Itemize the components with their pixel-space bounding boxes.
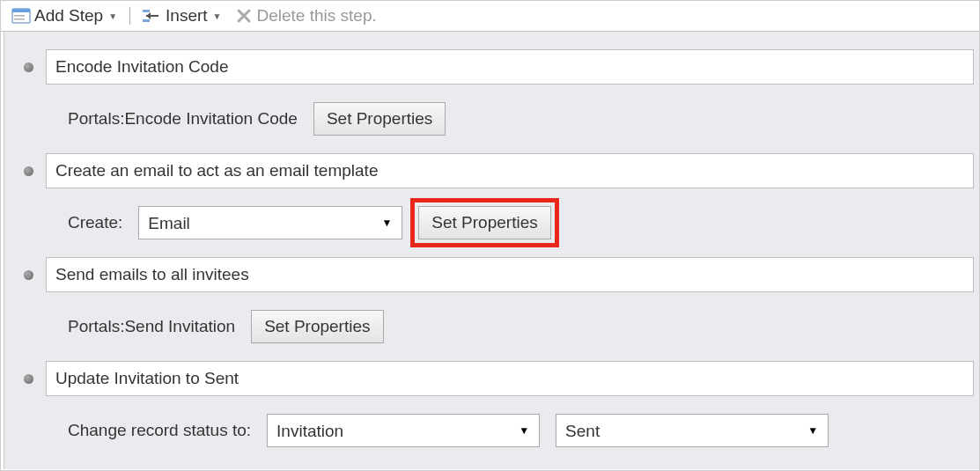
set-properties-button[interactable]: Set Properties xyxy=(418,206,550,239)
set-properties-button[interactable]: Set Properties xyxy=(251,310,383,343)
svg-rect-3 xyxy=(14,18,25,20)
workflow-step: Create: Email ▼ Set Properties xyxy=(10,153,974,257)
step-bullet-icon xyxy=(24,166,33,176)
step-action-label: Portals:Encode Invitation Code xyxy=(68,109,298,129)
create-label: Create: xyxy=(68,213,122,232)
delete-icon xyxy=(234,7,254,25)
add-step-label: Add Step xyxy=(34,6,103,26)
step-action-label: Portals:Send Invitation xyxy=(68,317,235,336)
insert-label: Insert xyxy=(166,6,208,26)
svg-rect-5 xyxy=(143,19,150,22)
step-bullet-icon xyxy=(24,270,33,280)
insert-button[interactable]: Insert ▼ xyxy=(139,4,225,27)
toolbar-separator xyxy=(129,7,130,25)
delete-step-button: Delete this step. xyxy=(231,4,380,27)
add-step-icon xyxy=(11,7,31,25)
step-title-input[interactable] xyxy=(46,49,974,85)
workflow-steps-area: Portals:Encode Invitation Code Set Prope… xyxy=(4,32,979,469)
add-step-button[interactable]: Add Step ▼ xyxy=(8,4,121,27)
workflow-step: Portals:Send Invitation Set Properties xyxy=(10,257,974,361)
svg-marker-7 xyxy=(146,12,151,19)
status-value-select[interactable]: Sent xyxy=(556,414,829,447)
workflow-step: Change record status to: Invitation ▼ Se… xyxy=(10,361,974,465)
create-entity-select[interactable]: Email xyxy=(138,206,402,239)
step-title-input[interactable] xyxy=(46,257,974,292)
delete-label: Delete this step. xyxy=(257,6,377,26)
svg-rect-4 xyxy=(143,10,150,12)
chevron-down-icon: ▼ xyxy=(213,11,222,21)
svg-rect-2 xyxy=(14,15,25,17)
workflow-step: Portals:Encode Invitation Code Set Prope… xyxy=(10,49,974,153)
svg-rect-1 xyxy=(12,9,30,12)
step-title-input[interactable] xyxy=(46,361,974,396)
status-entity-select[interactable]: Invitation xyxy=(267,414,540,447)
toolbar: Add Step ▼ Insert ▼ Delete this step. xyxy=(1,1,979,32)
change-status-label: Change record status to: xyxy=(68,421,251,440)
step-bullet-icon xyxy=(24,63,33,72)
insert-icon xyxy=(143,7,162,25)
step-title-input[interactable] xyxy=(46,153,974,188)
chevron-down-icon: ▼ xyxy=(108,11,117,21)
set-properties-button[interactable]: Set Properties xyxy=(313,102,446,136)
step-bullet-icon xyxy=(24,374,33,384)
